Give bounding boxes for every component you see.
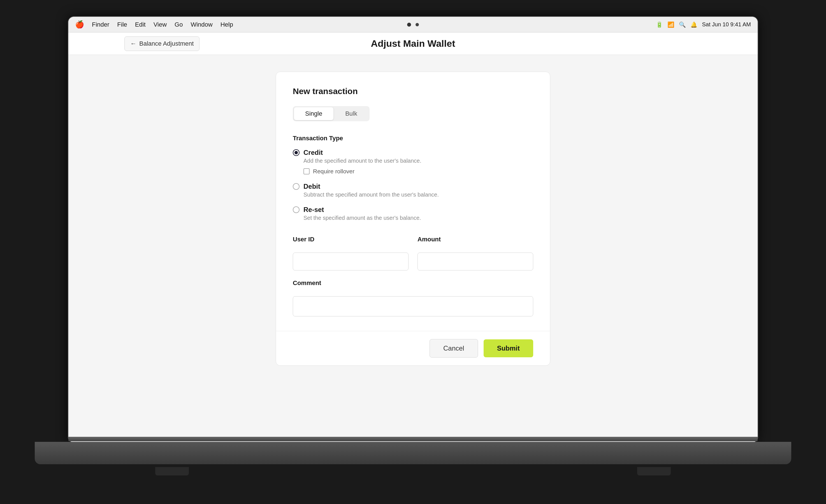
transaction-type-label: Transaction Type xyxy=(293,135,533,142)
radio-reset-label: Re-set xyxy=(303,206,324,214)
radio-debit-label: Debit xyxy=(303,183,320,190)
laptop-base xyxy=(35,442,791,464)
back-button-label: Balance Adjustment xyxy=(139,40,194,47)
laptop-hinge xyxy=(68,437,758,441)
menu-help[interactable]: Help xyxy=(221,21,233,28)
tab-bulk[interactable]: Bulk xyxy=(334,107,368,120)
apple-logo-icon[interactable]: 🍎 xyxy=(75,20,84,29)
amount-group: Amount xyxy=(417,236,533,270)
camera-indicator xyxy=(407,23,411,26)
app-content: ← Balance Adjustment Adjust Main Wallet … xyxy=(68,33,758,442)
amount-label: Amount xyxy=(417,236,533,243)
radio-reset[interactable] xyxy=(293,206,299,213)
radio-credit-inner xyxy=(294,151,298,154)
top-nav: ← Balance Adjustment Adjust Main Wallet xyxy=(68,33,758,55)
radio-reset-desc: Set the specified amount as the user's b… xyxy=(303,215,533,221)
radio-group: Credit Add the specified amount to the u… xyxy=(293,149,533,221)
radio-credit-desc: Add the specified amount to the user's b… xyxy=(303,158,533,164)
laptop-bottom xyxy=(0,437,826,493)
radio-debit-desc: Subtract the specified amount from the u… xyxy=(303,192,533,198)
form-footer: Cancel Submit xyxy=(276,331,550,365)
laptop-feet xyxy=(155,467,671,476)
menu-file[interactable]: File xyxy=(117,21,127,28)
form-card: New transaction Single Bulk Transaction … xyxy=(276,72,550,366)
page-title: Adjust Main Wallet xyxy=(371,38,455,49)
comment-input[interactable] xyxy=(293,296,533,316)
laptop-frame: 🍎 Finder File Edit View Go Window Help 🔋… xyxy=(0,0,826,504)
back-arrow-icon: ← xyxy=(130,40,136,47)
fields-row: User ID Amount xyxy=(293,236,533,270)
menu-window[interactable]: Window xyxy=(190,21,213,28)
notification-icon[interactable]: 🔔 xyxy=(690,21,697,28)
user-id-group: User ID xyxy=(293,236,409,270)
menu-finder[interactable]: Finder xyxy=(92,21,109,28)
radio-credit[interactable] xyxy=(293,149,299,156)
comment-group: Comment xyxy=(293,279,533,316)
radio-option-credit: Credit Add the specified amount to the u… xyxy=(293,149,533,175)
submit-button[interactable]: Submit xyxy=(484,339,533,357)
menu-go[interactable]: Go xyxy=(175,21,183,28)
radio-option-debit: Debit Subtract the specified amount from… xyxy=(293,183,533,198)
user-id-label: User ID xyxy=(293,236,409,243)
radio-credit-label: Credit xyxy=(303,149,323,156)
require-rollover-label: Require rollover xyxy=(313,168,354,175)
battery-icon: 🔋 xyxy=(656,21,663,28)
tab-single[interactable]: Single xyxy=(294,107,334,120)
tabs-container: Single Bulk xyxy=(293,106,369,121)
radio-option-reset: Re-set Set the specified amount as the u… xyxy=(293,206,533,221)
back-button[interactable]: ← Balance Adjustment xyxy=(124,37,199,51)
laptop-foot-left xyxy=(155,467,189,476)
search-icon[interactable]: 🔍 xyxy=(679,21,686,28)
require-rollover-checkbox[interactable] xyxy=(303,168,310,175)
laptop-foot-right xyxy=(637,467,671,476)
radio-debit[interactable] xyxy=(293,183,299,190)
main-content: New transaction Single Bulk Transaction … xyxy=(68,55,758,442)
amount-input[interactable] xyxy=(417,253,533,270)
menubar: 🍎 Finder File Edit View Go Window Help 🔋… xyxy=(68,17,758,33)
datetime: Sat Jun 10 9:41 AM xyxy=(702,21,751,28)
form-body: New transaction Single Bulk Transaction … xyxy=(276,72,550,331)
form-fields: User ID Amount Comment xyxy=(293,236,533,316)
wifi-icon: 📶 xyxy=(667,21,674,28)
camera-indicator2 xyxy=(416,23,419,26)
user-id-input[interactable] xyxy=(293,253,409,270)
comment-label: Comment xyxy=(293,279,533,287)
section-title: New transaction xyxy=(293,86,533,96)
cancel-button[interactable]: Cancel xyxy=(429,339,478,358)
menu-edit[interactable]: Edit xyxy=(135,21,146,28)
screen: 🍎 Finder File Edit View Go Window Help 🔋… xyxy=(68,17,758,442)
menu-view[interactable]: View xyxy=(154,21,167,28)
checkbox-row: Require rollover xyxy=(303,168,533,175)
